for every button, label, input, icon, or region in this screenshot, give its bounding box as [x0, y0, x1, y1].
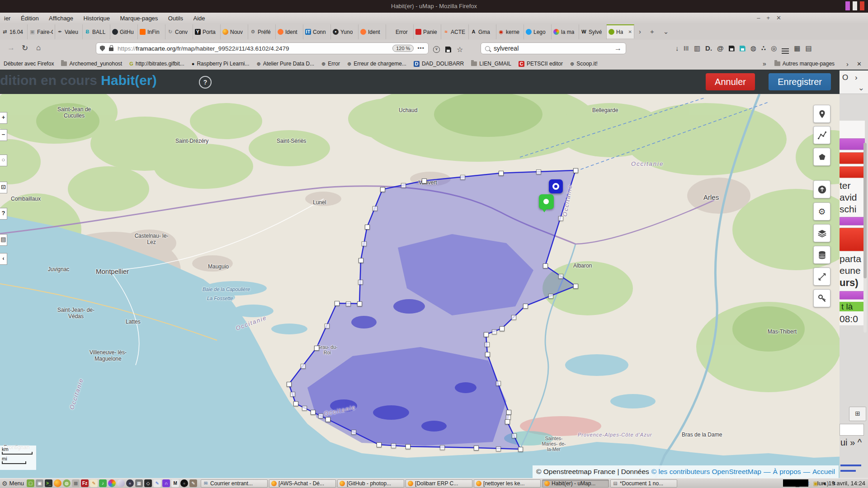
task-window-document-1-no[interactable]: ▤*Document 1 no...: [610, 479, 677, 488]
draw-polygon-button[interactable]: [813, 148, 830, 166]
obs-launcher[interactable]: ●: [180, 479, 188, 487]
bookmark-dad-dolibarr[interactable]: DDAD_DOLIBARR: [414, 61, 464, 67]
webcam-icon[interactable]: ◎: [771, 45, 777, 52]
files-launcher[interactable]: ▣: [36, 479, 43, 487]
sidebar-icon[interactable]: ▥: [694, 45, 700, 52]
search-bar[interactable]: sylvereal →: [481, 42, 626, 54]
panel-bar-green[interactable]: t là: [840, 302, 865, 311]
vertex-handle[interactable]: [573, 284, 578, 289]
edge-midpoint-handle[interactable]: [358, 280, 363, 285]
edge-midpoint-handle[interactable]: [290, 392, 295, 397]
vertex-handle[interactable]: [474, 446, 479, 450]
tab-la-ma[interactable]: la ma: [552, 24, 579, 39]
vertex-handle[interactable]: [357, 301, 362, 306]
manage-layers-button[interactable]: [813, 224, 830, 242]
terminal-launcher[interactable]: >_: [45, 479, 52, 487]
audio-launcher[interactable]: ∩: [162, 479, 170, 487]
edge-midpoint-handle[interactable]: [536, 169, 541, 174]
import-data-button[interactable]: [813, 180, 830, 198]
edge-midpoint-handle[interactable]: [511, 315, 516, 320]
vertex-handle[interactable]: [365, 225, 370, 230]
edge-midpoint-handle[interactable]: [512, 433, 517, 438]
task-window-habit-er-umap[interactable]: Habit(er) - uMap...: [542, 479, 609, 488]
filezilla-launcher[interactable]: Fz: [81, 479, 89, 487]
hamburger-menu-icon[interactable]: [782, 48, 789, 49]
task-window-aws-achat-d[interactable]: [AWS-Achat - Dé...: [269, 479, 336, 488]
link-icon[interactable]: @: [717, 45, 724, 52]
page-actions-icon[interactable]: •••: [417, 45, 425, 52]
m-app-launcher[interactable]: M: [171, 479, 179, 487]
bookmark-lien-gmail[interactable]: LIEN_GMAIL: [471, 61, 511, 67]
bookmark-scoop-it[interactable]: ⊕Scoop.it!: [570, 61, 598, 67]
tab-ident[interactable]: Ident: [276, 24, 303, 39]
vertex-handle[interactable]: [484, 332, 489, 337]
collapse-panel-button[interactable]: ‹: [0, 253, 7, 265]
search-submit-icon[interactable]: →: [614, 44, 622, 52]
page-zoom-badge[interactable]: 120 %: [392, 45, 414, 52]
scrollbar-thumb[interactable]: [863, 143, 867, 278]
menu-aide[interactable]: Aide: [189, 13, 209, 22]
panel-bar-purple[interactable]: [840, 217, 865, 225]
menu-historique[interactable]: Historique: [80, 13, 114, 22]
download-icon[interactable]: ↓: [675, 45, 679, 52]
browse-data-button[interactable]: [813, 246, 830, 264]
edge-midpoint-handle[interactable]: [346, 301, 351, 306]
edge-midpoint-handle[interactable]: [302, 406, 307, 411]
panel-bar-red[interactable]: [840, 228, 865, 251]
edge-midpoint-handle[interactable]: [506, 415, 511, 420]
unity-launcher[interactable]: ◇: [144, 479, 152, 487]
layers-switch-button[interactable]: ▤: [0, 234, 7, 246]
tab-error[interactable]: Error: [386, 24, 414, 39]
task-window-courrier-entrant[interactable]: ✉Courrier entrant...: [201, 479, 268, 488]
tab-faire-cla[interactable]: ▣Faire-Cla: [28, 24, 55, 39]
vertex-handle[interactable]: [406, 444, 410, 449]
search-input[interactable]: sylvereal: [494, 45, 614, 52]
tab-ball[interactable]: ɃBALL: [83, 24, 110, 39]
tab-nouv[interactable]: Nouv: [221, 24, 248, 39]
task-window-github-photop[interactable]: [GitHub - photop...: [337, 479, 404, 488]
gimp-launcher[interactable]: ✎: [189, 479, 197, 487]
menu-edition[interactable]: Édition: [17, 13, 43, 22]
calendar-icon[interactable]: ▦: [794, 45, 800, 52]
bookmark-petscii-editor[interactable]: CPETSCII editor: [519, 61, 563, 67]
bookmark-erreur-de-chargeme[interactable]: ⊕Erreur de chargeme...: [347, 61, 406, 67]
edge-midpoint-handle[interactable]: [548, 294, 553, 299]
edge-midpoint-handle[interactable]: [496, 446, 501, 451]
dolibarr-icon[interactable]: D.: [705, 45, 712, 52]
vertex-handle[interactable]: [485, 352, 490, 357]
map-name[interactable]: Habit(er): [101, 73, 156, 88]
tab-16-04[interactable]: ⇄16.04: [0, 24, 28, 39]
tab-conn[interactable]: ITConn: [303, 24, 331, 39]
task-window-dolibarr-erp-c[interactable]: [Dolibarr ERP C...: [406, 479, 472, 488]
vertex-handle[interactable]: [523, 304, 528, 309]
tab-gma[interactable]: AGma: [469, 24, 496, 39]
panel-scrollbar[interactable]: [863, 143, 867, 333]
other-bookmarks-folder[interactable]: Autres marque-pages: [774, 61, 835, 67]
panel-header[interactable]: O › ⌄: [840, 70, 868, 94]
bookmark-d-buter-avec-firefox[interactable]: Débuter avec Firefox: [4, 61, 54, 67]
bookmark-atelier-pure-data-d[interactable]: ⊕Atelier Pure Data D...: [256, 61, 314, 67]
zoom-out-button[interactable]: −: [0, 129, 7, 141]
draw-launcher[interactable]: ✎: [153, 479, 161, 487]
bookmark-star-icon[interactable]: ☆: [457, 45, 463, 54]
draw-polyline-button[interactable]: [813, 126, 830, 144]
edge-midpoint-handle[interactable]: [318, 413, 323, 418]
edge-midpoint-handle[interactable]: [373, 206, 377, 211]
cancel-button[interactable]: Annuler: [706, 73, 755, 90]
tab-conv[interactable]: ↻Conv: [165, 24, 193, 39]
save-page-icon[interactable]: [445, 47, 451, 52]
search-location-button[interactable]: ○: [0, 155, 7, 166]
draw-marker-button[interactable]: [813, 105, 830, 123]
edge-midpoint-handle[interactable]: [460, 175, 465, 180]
fullscreen-button[interactable]: ⊡: [0, 182, 7, 193]
menu-fichier[interactable]: ier: [0, 13, 14, 22]
vertex-handle[interactable]: [499, 171, 504, 176]
panel-link[interactable]: [840, 470, 856, 472]
vertex-handle[interactable]: [335, 301, 340, 306]
about-link[interactable]: À propos: [773, 468, 801, 476]
edge-midpoint-handle[interactable]: [440, 445, 445, 450]
task-window-nettoyer-les-ke[interactable]: [nettoyer les ke...: [474, 479, 541, 488]
tab-lego[interactable]: Lego: [524, 24, 552, 39]
panel-next-icon[interactable]: ›: [843, 60, 852, 68]
vertex-handle[interactable]: [293, 401, 298, 406]
